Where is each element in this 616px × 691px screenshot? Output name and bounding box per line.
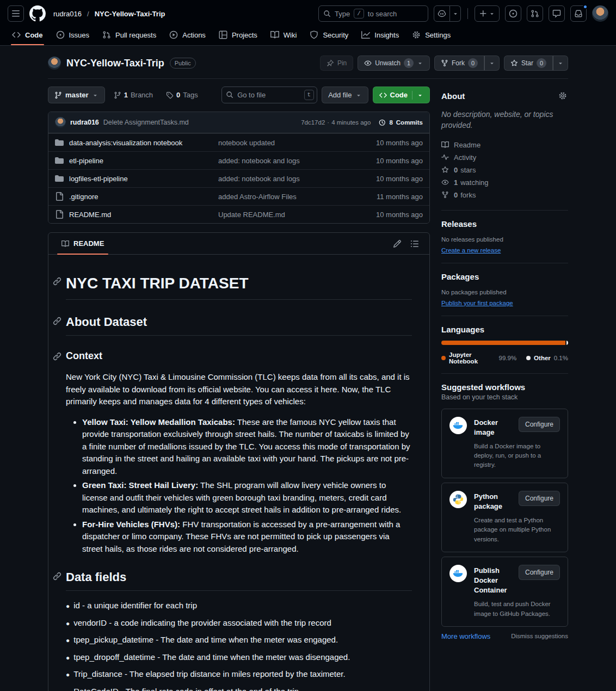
edit-readme-button[interactable]: [389, 236, 405, 252]
configure-button[interactable]: Configure: [519, 417, 560, 432]
tab-issues[interactable]: Issues: [50, 26, 96, 45]
file-row[interactable]: logfiles-etl-pipeline added: notebook an…: [48, 169, 429, 187]
pull-requests-dashboard-button[interactable]: [527, 5, 543, 22]
anchor-link-icon[interactable]: [53, 317, 61, 325]
forks-label: forks: [460, 191, 476, 199]
tab-settings[interactable]: Settings: [405, 26, 457, 45]
go-to-file-input[interactable]: [221, 87, 317, 103]
file-row[interactable]: README.md Update README.md 10 months ago: [48, 205, 429, 223]
tab-wiki[interactable]: Wiki: [264, 26, 304, 45]
hamburger-menu-button[interactable]: [8, 5, 24, 22]
context-paragraph: New York City (NYC) Taxi & Limousine Com…: [66, 371, 412, 408]
file-commit-message-link[interactable]: added: notebook and logs: [218, 175, 360, 183]
tab-actions[interactable]: Actions: [163, 26, 212, 45]
copilot-button[interactable]: [434, 5, 450, 22]
star-icon: [441, 166, 449, 174]
eye-icon: [364, 59, 372, 67]
branch-selector[interactable]: master: [48, 87, 105, 103]
commit-message-link[interactable]: Delete AssignmentTasks.md: [103, 119, 189, 126]
language-segment-jupyter[interactable]: [441, 341, 565, 345]
branches-link[interactable]: 1 Branch: [109, 91, 157, 99]
commit-history-link[interactable]: 8 Commits: [378, 119, 423, 126]
tab-projects[interactable]: Projects: [212, 26, 264, 45]
global-search[interactable]: Type / to search: [318, 5, 428, 22]
commit-sha-link[interactable]: 7dc17d2: [301, 119, 325, 126]
breadcrumb-repo-link[interactable]: NYC-Yellow-Taxi-Trip: [93, 9, 168, 19]
unwatch-button[interactable]: Unwatch 1: [358, 55, 430, 71]
tab-label: Wiki: [284, 31, 297, 39]
fork-button[interactable]: Fork 0: [434, 55, 484, 71]
readme-tab[interactable]: README: [53, 233, 113, 254]
tab-insights[interactable]: Insights: [355, 26, 405, 45]
fork-caret-button[interactable]: [484, 55, 500, 71]
code-button[interactable]: Code: [373, 87, 430, 103]
file-row[interactable]: data-analysis:visualization notebook not…: [48, 133, 429, 151]
publish-package-link[interactable]: Publish your first package: [441, 300, 513, 306]
pin-button[interactable]: Pin: [320, 55, 353, 71]
create-release-link[interactable]: Create a new release: [441, 247, 501, 254]
file-name-link[interactable]: etl-pipeline: [55, 156, 218, 165]
language-item[interactable]: Other 0.1%: [526, 355, 568, 361]
commit-author-link[interactable]: rudra016: [70, 119, 99, 126]
star-button[interactable]: Star 0: [504, 55, 553, 71]
anchor-link-icon[interactable]: [53, 572, 61, 581]
more-workflows-link[interactable]: More workflows: [441, 632, 490, 640]
issues-dashboard-button[interactable]: [505, 5, 521, 22]
language-percent: 0.1%: [554, 355, 568, 361]
file-name-link[interactable]: logfiles-etl-pipeline: [55, 174, 218, 183]
file-commit-message-link[interactable]: notebook updated: [218, 139, 360, 147]
user-avatar[interactable]: [592, 5, 608, 22]
activity-link[interactable]: Activity: [441, 151, 568, 164]
file-row[interactable]: etl-pipeline added: notebook and logs 10…: [48, 151, 429, 169]
discussions-button[interactable]: [549, 5, 565, 22]
language-item[interactable]: Jupyter Notebook 99.9%: [441, 351, 516, 365]
file-commit-message-link[interactable]: added Astro-Airflow Files: [218, 193, 360, 201]
forks-link[interactable]: 0forks: [441, 189, 568, 201]
edit-about-button[interactable]: [557, 90, 568, 101]
unwatch-label: Unwatch: [375, 59, 401, 67]
search-icon: [226, 91, 233, 98]
configure-button[interactable]: Configure: [519, 491, 560, 506]
configure-button[interactable]: Configure: [519, 565, 560, 580]
tab-code[interactable]: Code: [5, 26, 50, 45]
tab-security[interactable]: Security: [303, 26, 355, 45]
star-caret-button[interactable]: [553, 55, 568, 71]
file-icon: [55, 192, 64, 201]
repo-nav: Code Issues Pull requests Actions Projec…: [0, 26, 616, 45]
data-field-text: Trip_distance - The elapsed trip distanc…: [73, 668, 345, 681]
repo-owner-avatar[interactable]: [48, 57, 61, 70]
outline-button[interactable]: [406, 236, 423, 252]
github-logo[interactable]: [29, 5, 46, 22]
tab-pull-requests[interactable]: Pull requests: [96, 26, 163, 45]
file-name-link[interactable]: .gitignore: [55, 192, 218, 201]
create-new-button[interactable]: [475, 5, 500, 22]
file-row[interactable]: .gitignore added Astro-Airflow Files 11 …: [48, 187, 429, 205]
book-icon: [441, 141, 449, 149]
tags-link[interactable]: 0 Tags: [162, 91, 202, 99]
book-icon: [270, 30, 279, 39]
link-icon: [53, 572, 61, 581]
packages-section: Packages No packages published Publish y…: [441, 263, 568, 316]
commit-author-avatar[interactable]: [55, 117, 66, 128]
language-segment-other[interactable]: [566, 341, 568, 345]
stars-link[interactable]: 0stars: [441, 164, 568, 176]
copilot-menu-caret[interactable]: [450, 5, 461, 22]
breadcrumb-owner-link[interactable]: rudra016: [51, 9, 84, 19]
stars-count: 0: [537, 58, 546, 68]
anchor-link-icon[interactable]: [53, 352, 61, 361]
dismiss-suggestions-button[interactable]: Dismiss suggestions: [511, 633, 568, 639]
readme-link[interactable]: Readme: [441, 139, 568, 151]
file-commit-message-link[interactable]: Update README.md: [218, 211, 360, 219]
notifications-button[interactable]: [570, 5, 587, 22]
watching-link[interactable]: 1watching: [441, 176, 568, 189]
play-icon: [169, 30, 178, 39]
issue-opened-icon: [56, 30, 65, 39]
file-name-link[interactable]: README.md: [55, 210, 218, 219]
data-field-item: ●tpep_dropoff_datetime - The date and ti…: [66, 651, 412, 664]
anchor-link-icon[interactable]: [53, 277, 61, 286]
data-field-item: ●RateCodeID - The final rate code in eff…: [66, 686, 412, 691]
file-name-link[interactable]: data-analysis:visualization notebook: [55, 138, 218, 147]
file-commit-message-link[interactable]: added: notebook and logs: [218, 157, 360, 165]
add-file-button[interactable]: Add file: [322, 87, 368, 103]
github-mark-icon: [29, 5, 46, 22]
